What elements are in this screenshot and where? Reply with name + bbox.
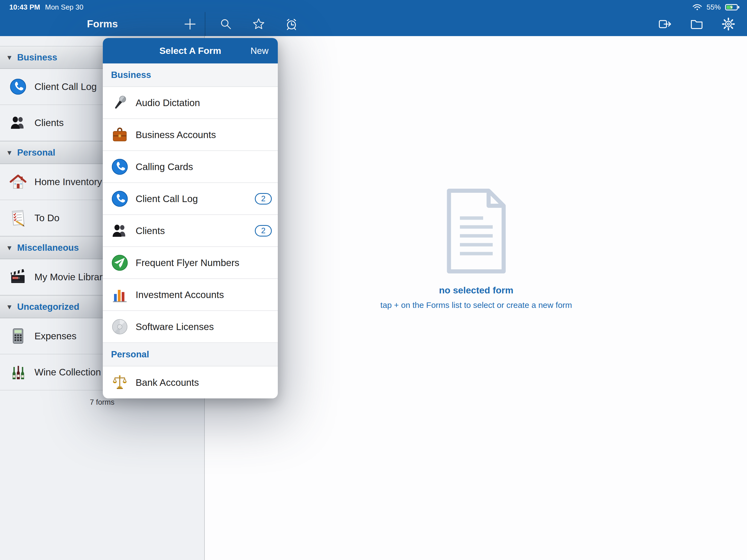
people-icon: [111, 222, 129, 239]
document-icon: [442, 187, 511, 275]
new-form-button[interactable]: New: [251, 38, 268, 63]
wine-bottles-icon: [9, 363, 27, 381]
popover-title: Select A Form: [159, 45, 221, 56]
toolbar-left: [209, 12, 308, 36]
house-icon: [9, 173, 27, 190]
phone-icon: [9, 78, 27, 96]
record-count-badge: 2: [255, 193, 272, 205]
form-option-software-licenses[interactable]: Software Licenses: [103, 311, 278, 343]
wifi-icon: [692, 3, 702, 11]
nav-bar: Forms: [0, 12, 747, 36]
form-list: BusinessAudio DictationBusiness Accounts…: [103, 63, 278, 399]
export-button[interactable]: [649, 12, 681, 36]
battery-percent: 55%: [706, 3, 721, 11]
status-bar: 10:43 PM Mon Sep 30 55%: [0, 0, 747, 12]
section-label: Personal: [111, 349, 149, 360]
export-icon: [658, 17, 672, 31]
folder-button[interactable]: [681, 12, 713, 36]
section-label: Business: [111, 70, 151, 80]
settings-button[interactable]: [713, 12, 744, 36]
item-label: Client Call Log: [34, 81, 97, 92]
form-option-audio-dictation[interactable]: Audio Dictation: [103, 87, 278, 119]
form-option-frequent-flyer-numbers[interactable]: Frequent Flyer Numbers: [103, 247, 278, 279]
item-label: My Movie Library: [34, 272, 107, 282]
form-option-investment-accounts[interactable]: Investment Accounts: [103, 279, 278, 311]
form-option-calling-cards[interactable]: Calling Cards: [103, 151, 278, 183]
reminders-button[interactable]: [275, 12, 308, 36]
form-option-label: Bank Accounts: [136, 377, 272, 388]
star-icon: [252, 17, 266, 31]
section-label: Personal: [17, 147, 55, 158]
form-option-label: Client Call Log: [136, 193, 248, 204]
microphone-icon: [111, 94, 129, 111]
popover-section-personal: Personal: [103, 343, 278, 366]
todo-list-icon: [9, 209, 27, 227]
item-label: Clients: [34, 117, 64, 128]
item-label: Wine Collection: [34, 367, 101, 378]
status-time: 10:43 PM: [9, 3, 40, 11]
status-date: Mon Sep 30: [45, 3, 83, 11]
form-option-label: Frequent Flyer Numbers: [136, 257, 272, 268]
item-label: To Do: [34, 212, 59, 223]
form-option-client-call-log[interactable]: Client Call Log2: [103, 183, 278, 215]
form-option-clients[interactable]: Clients2: [103, 215, 278, 247]
main-content: no selected form tap + on the Forms list…: [205, 36, 747, 560]
bar-chart-icon: [111, 286, 129, 304]
status-right: 55%: [692, 3, 738, 11]
empty-state-title: no selected form: [439, 285, 513, 296]
disclosure-triangle-icon: ▼: [6, 304, 13, 310]
svg-text:MOVIES: MOVIES: [13, 277, 20, 279]
section-label: Miscellaneous: [17, 243, 79, 253]
calculator-icon: [9, 327, 27, 345]
form-option-label: Calling Cards: [136, 161, 272, 172]
briefcase-icon: [111, 126, 129, 144]
form-option-label: Business Accounts: [136, 129, 272, 140]
top-bar: 10:43 PM Mon Sep 30 55% Forms: [0, 0, 747, 36]
page-title: Forms: [0, 12, 205, 36]
empty-state-subtitle: tap + on the Forms list to select or cre…: [380, 301, 572, 310]
app-root: 10:43 PM Mon Sep 30 55% Forms: [0, 0, 747, 560]
scales-icon: [111, 374, 129, 391]
form-option-label: Clients: [136, 225, 248, 236]
add-form-button[interactable]: [180, 12, 200, 36]
popover-section-business: Business: [103, 63, 278, 87]
toolbar-divider: [205, 12, 205, 36]
toolbar-right: [649, 12, 744, 36]
phone-icon: [111, 158, 129, 176]
movie-clapper-icon: MOVIES: [9, 268, 27, 286]
record-count-badge: 2: [255, 225, 272, 236]
disclosure-triangle-icon: ▼: [6, 245, 13, 251]
form-option-label: Software Licenses: [136, 321, 272, 332]
form-option-business-accounts[interactable]: Business Accounts: [103, 119, 278, 151]
disclosure-triangle-icon: ▼: [6, 149, 13, 156]
folder-icon: [690, 17, 704, 31]
charging-bolt-icon: [730, 5, 733, 9]
phone-icon: [111, 190, 129, 207]
search-button[interactable]: [209, 12, 242, 36]
popover-header: Select A Form New: [103, 38, 278, 63]
people-icon: [9, 114, 27, 131]
item-label: Home Inventory: [34, 176, 102, 187]
form-option-bank-accounts[interactable]: Bank Accounts: [103, 366, 278, 399]
form-option-label: Audio Dictation: [136, 97, 272, 108]
cd-icon: [111, 318, 129, 335]
gear-icon: [721, 17, 736, 31]
disclosure-triangle-icon: ▼: [6, 54, 13, 61]
item-label: Expenses: [34, 331, 77, 341]
section-label: Business: [17, 52, 57, 62]
airplane-icon: [111, 254, 129, 272]
alarm-clock-icon: [285, 17, 298, 31]
favorites-button[interactable]: [242, 12, 275, 36]
search-icon: [219, 18, 232, 31]
plus-icon: [183, 17, 197, 31]
section-label: Uncategorized: [17, 302, 79, 312]
empty-state: no selected form tap + on the Forms list…: [205, 187, 747, 310]
form-option-label: Investment Accounts: [136, 289, 272, 300]
battery-icon: [725, 4, 738, 10]
select-form-popover: Select A Form New BusinessAudio Dictatio…: [103, 38, 278, 399]
